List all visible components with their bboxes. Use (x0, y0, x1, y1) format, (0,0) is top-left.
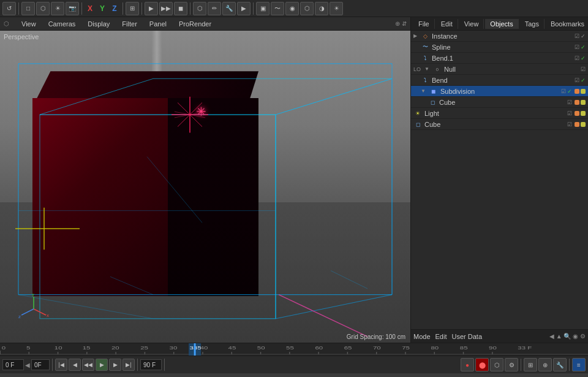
bend-controls: ☑ ✓ (575, 77, 586, 83)
render2-btn[interactable]: ▶▶ (159, 2, 173, 15)
bend1-icon: ⤵ (421, 54, 429, 63)
cloner-btn[interactable]: ⬡ (300, 2, 314, 15)
svg-text:20: 20 (111, 345, 119, 351)
b1-ctrl1[interactable]: ☑ (575, 55, 579, 61)
coord-button[interactable]: ⊕ (538, 358, 552, 371)
paint-btn[interactable]: ✏ (208, 2, 221, 15)
scene-btn[interactable]: ☀ (330, 2, 343, 15)
render3-btn[interactable]: ◼ (174, 2, 187, 15)
sv-ctrl1[interactable]: ☑ (561, 88, 566, 94)
bend1-controls: ☑ ✓ (575, 55, 586, 61)
edit-label[interactable]: Edit (435, 333, 447, 340)
sv-ctrl2[interactable]: ✓ (567, 88, 572, 94)
start-frame-input[interactable] (31, 359, 50, 370)
tab-file[interactable]: File (413, 19, 435, 29)
userdata-label[interactable]: User Data (452, 333, 483, 340)
end-frame-input[interactable] (140, 359, 162, 370)
object-item-bend1[interactable]: ⤵ Bend.1 ☑ ✓ (411, 53, 588, 64)
snap-button[interactable]: ⊞ (524, 358, 537, 371)
separator-2 (81, 2, 82, 15)
sp-ctrl2[interactable]: ✓ (581, 44, 586, 50)
ctrl1[interactable]: ☑ (575, 33, 579, 39)
record-key-button[interactable]: ● (461, 358, 474, 371)
svg-text:75: 75 (402, 345, 410, 351)
object-item-cube2[interactable]: ◻ Cube ☑ (411, 119, 588, 130)
motion-path-button[interactable]: ⬡ (490, 358, 503, 371)
transform-button[interactable]: ⊞ (126, 2, 139, 15)
nl-ctrl1[interactable]: ☑ (581, 66, 586, 72)
object-item-null[interactable]: LO ▼ ○ Null ☑ (411, 64, 588, 75)
render-settings-button[interactable]: 🔧 (553, 358, 567, 371)
viewport-menubar: ⬡ View Cameras Display Filter Panel ProR… (0, 17, 410, 31)
axis-y-label[interactable]: Y (97, 2, 108, 15)
menu-display[interactable]: Display (85, 19, 112, 29)
bn-ctrl1[interactable]: ☑ (575, 77, 579, 83)
lt-ctrl1[interactable]: ☑ (567, 110, 572, 116)
bn-ctrl2[interactable]: ✓ (581, 77, 586, 83)
settings-button[interactable]: ⚙ (505, 358, 518, 371)
sp-ctrl1[interactable]: ☑ (575, 44, 579, 50)
axis-x-label[interactable]: X (85, 2, 96, 15)
b1-ctrl2[interactable]: ✓ (581, 55, 586, 61)
object-button[interactable]: ⬡ (36, 2, 50, 15)
spline-btn[interactable]: 〜 (271, 2, 284, 15)
object-item-subdivision[interactable]: ▼ ◼ Subdivision ☑ ✓ (411, 86, 588, 97)
play-reverse-button[interactable]: ◀◀ (82, 359, 94, 371)
axis-z-label[interactable]: Z (109, 2, 120, 15)
new-button[interactable]: □ (21, 2, 35, 15)
cube1-tag1 (575, 100, 579, 105)
render-btn[interactable]: ▶ (145, 2, 158, 15)
panel-header: File Edit View Objects Tags Bookmarks 🔍 … (411, 17, 588, 31)
cube-prim-btn[interactable]: ▣ (256, 2, 270, 15)
svg-text:33 F: 33 F (518, 345, 532, 351)
c1-ctrl1[interactable]: ☑ (567, 99, 572, 105)
object-item-instance[interactable]: ▶ ◇ Instance ☑ ✓ (411, 31, 588, 42)
menu-prorender[interactable]: ProRender (176, 19, 214, 29)
cube1-icon: ◻ (428, 98, 437, 107)
sculpt-btn[interactable]: 🔧 (222, 2, 236, 15)
undo-button[interactable]: ↺ (2, 2, 16, 15)
menu-panel[interactable]: Panel (147, 19, 169, 29)
mode-label[interactable]: Mode (413, 333, 431, 340)
tab-bookmarks[interactable]: Bookmarks (546, 19, 588, 29)
prev-frame-button[interactable]: ◀ (69, 359, 81, 371)
menu-view[interactable]: View (19, 19, 39, 29)
camera-button[interactable]: 📷 (66, 2, 79, 15)
deform-btn[interactable]: ◉ (285, 2, 299, 15)
spline-label: Spline (432, 44, 572, 51)
object-item-light[interactable]: ☀ Light ☑ (411, 108, 588, 119)
bottom-sep1 (52, 359, 53, 371)
material-btn[interactable]: ◑ (315, 2, 328, 15)
coordinate-axes: x y z (18, 294, 49, 324)
timeline-ruler[interactable]: 0 5 10 15 20 25 30 335 40 45 50 55 (0, 343, 588, 356)
svg-text:80: 80 (431, 345, 439, 351)
bottom-sep3 (164, 359, 165, 371)
go-start-button[interactable]: |◀ (55, 359, 67, 371)
viewport-icon: ⬡ (4, 20, 9, 27)
model-btn[interactable]: ⬡ (193, 2, 206, 15)
svg-text:5: 5 (26, 345, 31, 351)
top-toolbar: ↺ □ ⬡ ☀ 📷 X Y Z ⊞ ▶ ▶▶ ◼ ⬡ ✏ 🔧 ▶ ▣ 〜 ◉ ⬡… (0, 0, 588, 17)
menu-cameras[interactable]: Cameras (46, 19, 78, 29)
frame-arrow-left[interactable]: ◀ (25, 362, 30, 368)
menu-filter[interactable]: Filter (119, 19, 139, 29)
current-frame-input[interactable] (2, 359, 24, 370)
tab-edit[interactable]: Edit (436, 19, 458, 29)
next-frame-button[interactable]: ▶ (109, 359, 121, 371)
c2-ctrl1[interactable]: ☑ (567, 121, 572, 128)
tab-objects[interactable]: Objects (485, 19, 518, 29)
null-controls: ☑ (581, 66, 586, 72)
tab-view[interactable]: View (459, 19, 484, 29)
auto-key-button[interactable]: ⬤ (475, 358, 489, 371)
animate-btn[interactable]: ▶ (237, 2, 251, 15)
go-end-button[interactable]: ▶| (123, 359, 135, 371)
object-item-spline[interactable]: 〜 Spline ☑ ✓ (411, 42, 588, 53)
play-button[interactable]: ▶ (96, 359, 108, 371)
light-tool-button[interactable]: ☀ (51, 2, 64, 15)
tab-tags[interactable]: Tags (520, 19, 545, 29)
timeline-button[interactable]: ≡ (572, 358, 586, 371)
object-item-cube1[interactable]: ◻ Cube ☑ (411, 97, 588, 108)
object-item-bend[interactable]: ⤵ Bend ☑ ✓ (411, 75, 588, 86)
viewport-canvas[interactable]: ✳ (0, 31, 410, 343)
ctrl2[interactable]: ✓ (581, 33, 586, 39)
